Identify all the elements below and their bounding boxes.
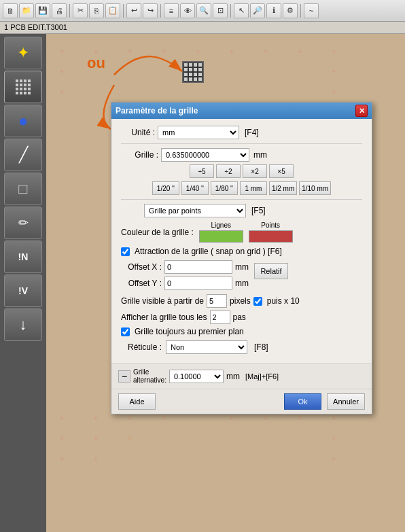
- sidebar-text2[interactable]: !V: [4, 274, 42, 307]
- offset-section: Offset X : mm Offset Y : mm Relatif: [121, 260, 362, 290]
- sidebar-text1[interactable]: !N: [4, 241, 42, 273]
- dialog-close-button[interactable]: ✕: [355, 105, 368, 117]
- toolbar-print[interactable]: 🖨: [52, 3, 67, 18]
- grille-alt-label2: alternative:: [133, 376, 166, 385]
- canvas-plus: +: [94, 435, 98, 442]
- preset1-button[interactable]: 1/20 '': [152, 181, 179, 195]
- toolbar-search[interactable]: 🔎: [250, 3, 265, 18]
- sidebar: ✦ ● ╱ □ ✏ !N: [0, 34, 46, 532]
- mul5-button[interactable]: ×5: [269, 164, 294, 178]
- offset-x-group: Offset X : mm: [121, 260, 249, 274]
- toolbar-zoom[interactable]: 🔍: [196, 3, 211, 18]
- toolbar-cut[interactable]: ✂: [73, 3, 88, 18]
- display-mode-select[interactable]: Grille par points Grille par lignes: [144, 204, 246, 217]
- sidebar-pencil[interactable]: ✏: [4, 207, 42, 239]
- afficher-input[interactable]: [210, 311, 230, 324]
- action-buttons-row: Aide Ok Annuler: [111, 389, 372, 414]
- visible-row: Grille visible à partir de pixels puis x…: [121, 294, 362, 308]
- visible-input[interactable]: [207, 294, 227, 308]
- aide-button[interactable]: Aide: [118, 393, 156, 410]
- puis-checkbox[interactable]: [253, 297, 262, 306]
- grille-unit: mm: [253, 150, 267, 160]
- toolbar-frame[interactable]: ⊡: [213, 3, 228, 18]
- toolbar-eye[interactable]: 👁: [180, 3, 195, 18]
- relatif-button[interactable]: Relatif: [254, 263, 288, 279]
- sidebar-wand[interactable]: ✦: [4, 37, 42, 69]
- sep4: [230, 4, 231, 18]
- reticule-select[interactable]: Non Oui: [166, 340, 247, 354]
- toolbar-redo[interactable]: ↪: [143, 3, 158, 18]
- toolbar-layers[interactable]: ≡: [164, 3, 179, 18]
- puis-label: puis x 10: [267, 296, 300, 306]
- ok-cancel-group: Ok Annuler: [284, 393, 365, 410]
- canvas-plus: +: [128, 435, 132, 442]
- sidebar-grid[interactable]: [4, 71, 42, 103]
- dialog-title: Paramètre de la grille: [116, 106, 198, 116]
- snap-label: Attraction de la grille ( snap on grid )…: [135, 247, 282, 256]
- premier-plan-checkbox[interactable]: [121, 327, 130, 336]
- grid-icon-canvas[interactable]: [182, 61, 204, 83]
- footer-left: − Grille alternative: 0.10000 mm [Maj]+[…: [118, 368, 279, 385]
- offset-y-group: Offset Y : mm: [121, 277, 249, 290]
- sidebar-download[interactable]: ↓: [4, 308, 42, 341]
- afficher-label: Afficher la grille tous les: [121, 313, 207, 322]
- grille-value-select[interactable]: 0.635000000: [161, 148, 249, 162]
- offset-x-input[interactable]: [164, 260, 232, 274]
- dialog-grid-params: Paramètre de la grille ✕ Unité : mm [F4]…: [111, 102, 372, 414]
- multiplier-buttons: ÷5 ÷2 ×2 ×5: [121, 164, 362, 178]
- couleur-label: Couleur de la grille :: [121, 228, 194, 237]
- toolbar-open[interactable]: 📁: [19, 3, 34, 18]
- display-mode-row: Grille par points Grille par lignes [F5]: [121, 204, 362, 217]
- title-bar: 1 PCB EDIT.T3001: [0, 22, 405, 34]
- canvas-plus: +: [298, 414, 302, 422]
- unite-row: Unité : mm [F4]: [121, 126, 362, 139]
- sidebar-rect[interactable]: □: [4, 173, 42, 205]
- div5-button[interactable]: ÷5: [190, 164, 214, 178]
- offset-x-label: Offset X :: [121, 262, 162, 272]
- offset-y-input[interactable]: [164, 277, 232, 290]
- grille-alt-select[interactable]: 0.10000: [169, 370, 224, 383]
- canvas-plus: +: [60, 435, 64, 442]
- annuler-button[interactable]: Annuler: [327, 393, 365, 410]
- preset3-button[interactable]: 1/80 '': [211, 181, 238, 195]
- sep2: [123, 4, 124, 18]
- div2-button[interactable]: ÷2: [216, 164, 241, 178]
- grille-label: Grille :: [121, 150, 158, 160]
- canvas-plus: +: [230, 48, 234, 55]
- sep1: [69, 4, 70, 18]
- sep5: [300, 4, 301, 18]
- color-row: Couleur de la grille : Lignes Points: [121, 221, 362, 243]
- canvas-plus: +: [332, 414, 336, 422]
- canvas-area: + + + + + + + + + + + + + + + + + + + + …: [46, 34, 405, 532]
- toolbar-undo[interactable]: ↩: [126, 3, 141, 18]
- afficher-row: Afficher la grille tous les pas: [121, 311, 362, 324]
- toolbar-cursor[interactable]: ↖: [234, 3, 249, 18]
- toolbar-extra[interactable]: ~: [304, 3, 319, 18]
- toolbar-info[interactable]: ℹ: [266, 3, 281, 18]
- toolbar-copy[interactable]: ⎘: [89, 3, 104, 18]
- canvas-plus: +: [94, 455, 98, 463]
- preset2-button[interactable]: 1/40 '': [181, 181, 209, 195]
- minus-button[interactable]: −: [118, 370, 130, 383]
- toolbar-paste[interactable]: 📋: [105, 3, 120, 18]
- canvas-plus: +: [60, 455, 64, 463]
- reticule-shortcut: [F8]: [254, 342, 268, 352]
- lignes-color-swatch[interactable]: [199, 230, 243, 243]
- preset5-button[interactable]: 1/2 mm: [269, 181, 297, 195]
- toolbar-new[interactable]: 🗎: [3, 3, 18, 18]
- sidebar-dot[interactable]: ●: [4, 105, 42, 137]
- sep-presets: [121, 199, 362, 200]
- offset-y-label: Offset Y :: [121, 279, 162, 288]
- unite-select[interactable]: mm: [158, 126, 239, 139]
- sidebar-line[interactable]: ╱: [4, 139, 42, 171]
- toolbar-settings[interactable]: ⚙: [283, 3, 298, 18]
- snap-checkbox[interactable]: [121, 247, 130, 256]
- toolbar-save[interactable]: 💾: [35, 3, 50, 18]
- ok-button[interactable]: Ok: [284, 393, 321, 410]
- preset6-button[interactable]: 1/10 mm: [299, 181, 331, 195]
- canvas-plus: +: [332, 455, 336, 463]
- mul2-button[interactable]: ×2: [243, 164, 267, 178]
- canvas-plus: +: [332, 48, 336, 55]
- points-color-swatch[interactable]: [249, 230, 293, 243]
- preset4-button[interactable]: 1 mm: [240, 181, 267, 195]
